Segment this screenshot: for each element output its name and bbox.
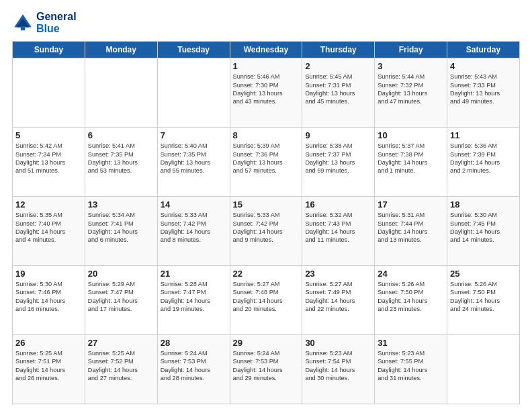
day-info: Sunrise: 5:23 AM Sunset: 7:55 PM Dayligh… [378,349,444,383]
day-number: 20 [88,269,154,279]
week-row-3: 19Sunrise: 5:30 AM Sunset: 7:46 PM Dayli… [13,266,520,335]
day-number: 17 [378,199,444,210]
calendar-cell: 8Sunrise: 5:39 AM Sunset: 7:36 PM Daylig… [230,128,302,197]
day-number: 31 [378,338,444,348]
day-number: 26 [15,338,82,348]
day-number: 2 [305,61,371,71]
calendar-cell [157,58,230,128]
calendar-cell: 29Sunrise: 5:24 AM Sunset: 7:53 PM Dayli… [230,335,302,404]
day-number: 4 [450,61,517,71]
day-number: 11 [450,130,517,140]
calendar-cell: 14Sunrise: 5:33 AM Sunset: 7:42 PM Dayli… [157,197,230,266]
day-info: Sunrise: 5:33 AM Sunset: 7:42 PM Dayligh… [233,211,300,244]
week-row-4: 26Sunrise: 5:25 AM Sunset: 7:51 PM Dayli… [13,335,520,404]
calendar-cell: 19Sunrise: 5:30 AM Sunset: 7:46 PM Dayli… [13,266,85,335]
weekday-wednesday: Wednesday [230,42,302,58]
calendar-cell: 2Sunrise: 5:45 AM Sunset: 7:31 PM Daylig… [302,58,375,128]
day-info: Sunrise: 5:43 AM Sunset: 7:33 PM Dayligh… [450,73,517,106]
day-info: Sunrise: 5:27 AM Sunset: 7:48 PM Dayligh… [233,280,300,314]
day-number: 6 [88,130,154,140]
day-info: Sunrise: 5:45 AM Sunset: 7:31 PM Dayligh… [305,73,371,106]
calendar-cell: 10Sunrise: 5:37 AM Sunset: 7:38 PM Dayli… [375,128,447,197]
weekday-thursday: Thursday [302,42,375,58]
day-number: 15 [233,199,300,210]
weekday-header-row: SundayMondayTuesdayWednesdayThursdayFrid… [13,42,520,58]
day-number: 28 [161,338,227,348]
day-info: Sunrise: 5:31 AM Sunset: 7:44 PM Dayligh… [378,211,444,244]
calendar-cell: 3Sunrise: 5:44 AM Sunset: 7:32 PM Daylig… [375,58,447,128]
logo: General Blue [12,11,77,34]
day-number: 22 [233,269,300,279]
day-info: Sunrise: 5:33 AM Sunset: 7:42 PM Dayligh… [161,211,227,244]
day-number: 3 [378,61,444,71]
day-info: Sunrise: 5:24 AM Sunset: 7:53 PM Dayligh… [161,349,227,383]
day-info: Sunrise: 5:30 AM Sunset: 7:45 PM Dayligh… [450,211,517,244]
day-info: Sunrise: 5:26 AM Sunset: 7:50 PM Dayligh… [378,280,444,314]
day-info: Sunrise: 5:29 AM Sunset: 7:47 PM Dayligh… [88,280,154,314]
day-info: Sunrise: 5:39 AM Sunset: 7:36 PM Dayligh… [233,142,300,175]
calendar-cell: 7Sunrise: 5:40 AM Sunset: 7:35 PM Daylig… [157,128,230,197]
calendar-cell: 17Sunrise: 5:31 AM Sunset: 7:44 PM Dayli… [375,197,447,266]
calendar-cell: 31Sunrise: 5:23 AM Sunset: 7:55 PM Dayli… [375,335,447,404]
day-number: 21 [161,269,227,279]
calendar-cell: 18Sunrise: 5:30 AM Sunset: 7:45 PM Dayli… [447,197,520,266]
day-number: 10 [378,130,444,140]
calendar-cell: 22Sunrise: 5:27 AM Sunset: 7:48 PM Dayli… [230,266,302,335]
calendar-cell: 12Sunrise: 5:35 AM Sunset: 7:40 PM Dayli… [13,197,85,266]
day-info: Sunrise: 5:25 AM Sunset: 7:51 PM Dayligh… [15,349,82,383]
day-info: Sunrise: 5:37 AM Sunset: 7:38 PM Dayligh… [378,142,444,175]
weekday-saturday: Saturday [447,42,520,58]
calendar-cell: 26Sunrise: 5:25 AM Sunset: 7:51 PM Dayli… [13,335,85,404]
week-row-2: 12Sunrise: 5:35 AM Sunset: 7:40 PM Dayli… [13,197,520,266]
day-info: Sunrise: 5:42 AM Sunset: 7:34 PM Dayligh… [15,142,82,175]
day-info: Sunrise: 5:34 AM Sunset: 7:41 PM Dayligh… [88,211,154,244]
day-info: Sunrise: 5:30 AM Sunset: 7:46 PM Dayligh… [15,280,82,314]
calendar-cell: 5Sunrise: 5:42 AM Sunset: 7:34 PM Daylig… [13,128,85,197]
day-info: Sunrise: 5:26 AM Sunset: 7:50 PM Dayligh… [450,280,517,314]
day-number: 25 [450,269,517,279]
day-number: 5 [15,130,82,140]
calendar-header: SundayMondayTuesdayWednesdayThursdayFrid… [13,42,520,58]
calendar-cell [13,58,85,128]
calendar-cell [447,335,520,404]
weekday-tuesday: Tuesday [157,42,230,58]
calendar-cell [85,58,157,128]
svg-rect-2 [21,26,25,30]
logo-icon [12,12,34,34]
day-number: 16 [305,199,371,210]
day-number: 9 [305,130,371,140]
day-number: 7 [161,130,227,140]
day-number: 12 [15,199,82,210]
page: General Blue SundayMondayTuesdayWednesda… [0,0,532,411]
calendar: SundayMondayTuesdayWednesdayThursdayFrid… [12,41,520,404]
day-info: Sunrise: 5:27 AM Sunset: 7:49 PM Dayligh… [305,280,371,314]
day-number: 29 [233,338,300,348]
day-number: 8 [233,130,300,140]
calendar-cell: 28Sunrise: 5:24 AM Sunset: 7:53 PM Dayli… [157,335,230,404]
day-info: Sunrise: 5:41 AM Sunset: 7:35 PM Dayligh… [88,142,154,175]
week-row-1: 5Sunrise: 5:42 AM Sunset: 7:34 PM Daylig… [13,128,520,197]
calendar-cell: 4Sunrise: 5:43 AM Sunset: 7:33 PM Daylig… [447,58,520,128]
calendar-cell: 1Sunrise: 5:46 AM Sunset: 7:30 PM Daylig… [230,58,302,128]
day-number: 27 [88,338,154,348]
calendar-cell: 30Sunrise: 5:23 AM Sunset: 7:54 PM Dayli… [302,335,375,404]
calendar-cell: 15Sunrise: 5:33 AM Sunset: 7:42 PM Dayli… [230,197,302,266]
day-number: 13 [88,199,154,210]
day-number: 24 [378,269,444,279]
calendar-body: 1Sunrise: 5:46 AM Sunset: 7:30 PM Daylig… [13,58,520,404]
header: General Blue [12,11,520,34]
weekday-friday: Friday [375,42,447,58]
calendar-cell: 23Sunrise: 5:27 AM Sunset: 7:49 PM Dayli… [302,266,375,335]
day-number: 19 [15,269,82,279]
weekday-sunday: Sunday [13,42,85,58]
day-info: Sunrise: 5:36 AM Sunset: 7:39 PM Dayligh… [450,142,517,175]
day-number: 18 [450,199,517,210]
day-info: Sunrise: 5:24 AM Sunset: 7:53 PM Dayligh… [233,349,300,383]
day-info: Sunrise: 5:28 AM Sunset: 7:47 PM Dayligh… [161,280,227,314]
day-number: 23 [305,269,371,279]
day-info: Sunrise: 5:23 AM Sunset: 7:54 PM Dayligh… [305,349,371,383]
day-info: Sunrise: 5:40 AM Sunset: 7:35 PM Dayligh… [161,142,227,175]
day-info: Sunrise: 5:46 AM Sunset: 7:30 PM Dayligh… [233,73,300,106]
calendar-cell: 6Sunrise: 5:41 AM Sunset: 7:35 PM Daylig… [85,128,157,197]
calendar-cell: 25Sunrise: 5:26 AM Sunset: 7:50 PM Dayli… [447,266,520,335]
